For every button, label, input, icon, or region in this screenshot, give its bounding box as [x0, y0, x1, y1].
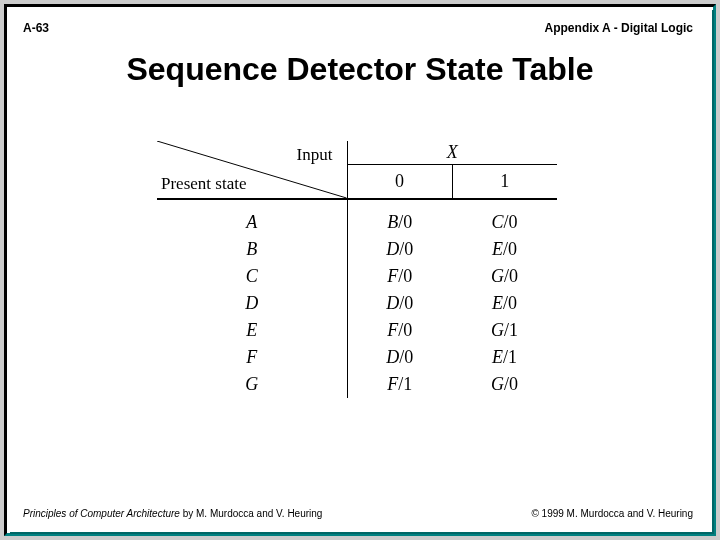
state-table: Input Present state X 0 1 A B/0 C/0 B D/…: [157, 141, 557, 398]
next-state-0: F/1: [347, 371, 452, 398]
table-row: F D/0 E/1: [157, 344, 557, 371]
table-row: G F/1 G/0: [157, 371, 557, 398]
next-state-1: E/1: [452, 344, 557, 371]
col-header-0: 0: [347, 165, 452, 200]
diag-label-input: Input: [297, 145, 333, 165]
footer-copyright: © 1999 M. Murdocca and V. Heuring: [531, 508, 693, 519]
appendix-label: Appendix A - Digital Logic: [545, 21, 693, 35]
next-state-1: E/0: [452, 290, 557, 317]
book-title: Principles of Computer Architecture: [23, 508, 180, 519]
diag-label-present-state: Present state: [161, 174, 246, 194]
next-state-0: D/0: [347, 344, 452, 371]
table-row: B D/0 E/0: [157, 236, 557, 263]
book-authors: by M. Murdocca and V. Heuring: [180, 508, 322, 519]
col-header-1: 1: [452, 165, 557, 200]
table-row: A B/0 C/0: [157, 199, 557, 236]
state-label: E: [157, 317, 347, 344]
next-state-0: F/0: [347, 317, 452, 344]
state-label: F: [157, 344, 347, 371]
diagonal-header-cell: Input Present state: [157, 141, 347, 199]
table-row: C F/0 G/0: [157, 263, 557, 290]
next-state-1: G/0: [452, 371, 557, 398]
slide-frame: A-63 Appendix A - Digital Logic Sequence…: [4, 4, 716, 536]
footer-citation: Principles of Computer Architecture by M…: [23, 508, 322, 519]
state-label: D: [157, 290, 347, 317]
next-state-1: E/0: [452, 236, 557, 263]
state-label: B: [157, 236, 347, 263]
next-state-0: F/0: [347, 263, 452, 290]
page-title: Sequence Detector State Table: [7, 51, 713, 88]
next-state-1: C/0: [452, 199, 557, 236]
next-state-0: B/0: [347, 199, 452, 236]
input-variable-header: X: [347, 141, 557, 165]
next-state-0: D/0: [347, 290, 452, 317]
next-state-1: G/1: [452, 317, 557, 344]
state-label: G: [157, 371, 347, 398]
state-label: A: [157, 199, 347, 236]
table-row: D D/0 E/0: [157, 290, 557, 317]
next-state-0: D/0: [347, 236, 452, 263]
table-row: E F/0 G/1: [157, 317, 557, 344]
state-label: C: [157, 263, 347, 290]
page-number: A-63: [23, 21, 49, 35]
next-state-1: G/0: [452, 263, 557, 290]
